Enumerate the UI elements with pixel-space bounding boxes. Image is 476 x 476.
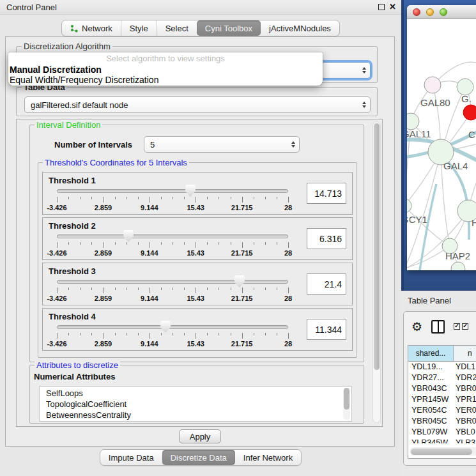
threshold-4-panel: Threshold 4 -3.4262.8599.14415.4321.7152… <box>42 308 353 351</box>
slider-tick-labels: -3.4262.8599.14415.4321.71528 <box>57 249 288 257</box>
slider-track[interactable] <box>57 234 288 238</box>
cell-shared-name[interactable]: YDL19... <box>408 362 454 372</box>
attribute-list-item[interactable]: SelfLoops <box>46 388 351 399</box>
network-node-gcy1[interactable] <box>407 199 411 213</box>
cell-shared-name[interactable]: YER054C <box>408 405 454 416</box>
table-row[interactable]: YBR045CYBR0 <box>408 416 476 427</box>
tab-jactivemnodules[interactable]: jActiveMNodules <box>261 20 339 36</box>
apply-button[interactable]: Apply <box>179 429 221 443</box>
slider-track[interactable] <box>57 189 288 193</box>
table-panel-box: ⚙ shared... n YDL19...YDL1YDR27...YDR2YB… <box>403 311 476 466</box>
table-data-group: Table Data galFiltered.sif default node <box>16 87 378 116</box>
checkbox-icon <box>454 323 460 330</box>
dropdown-placeholder: Select algorithm to view settings <box>8 54 323 65</box>
slider-thumb[interactable] <box>160 321 171 333</box>
minimize-traffic-light-icon[interactable] <box>426 8 434 16</box>
dropdown-option-equal-width[interactable]: Equal Width/Frequency Discretization <box>8 75 323 85</box>
gear-icon[interactable]: ⚙ <box>411 321 422 333</box>
cell-name[interactable]: YBR0 <box>454 416 476 427</box>
table-row[interactable]: YDR27...YDR2 <box>408 372 476 383</box>
threshold-3-slider: -3.4262.8599.14415.4321.71528 <box>57 277 288 304</box>
node-label-gal11: GAL11 <box>407 128 431 139</box>
cell-shared-name[interactable]: YPR145W <box>408 394 454 405</box>
slider-thumb[interactable] <box>123 230 134 242</box>
close-traffic-light-icon[interactable] <box>413 8 420 16</box>
threshold-1-slider: -3.4262.8599.14415.4321.71528 <box>57 187 288 213</box>
network-window-titlebar[interactable] <box>407 5 476 19</box>
cell-name[interactable]: YPR1 <box>454 394 476 405</box>
tab-style[interactable]: Style <box>121 20 157 36</box>
cell-name[interactable]: YER0 <box>454 405 476 416</box>
cell-name[interactable]: YBR0 <box>454 383 476 394</box>
cell-name[interactable]: YLR3 <box>454 438 476 443</box>
table-row[interactable]: YLR345WYLR3 <box>408 438 476 443</box>
settings-scrollpane: Interval Definition Number of Intervals … <box>16 119 383 427</box>
table-hscrollbar[interactable] <box>410 447 476 456</box>
slider-ticks <box>57 197 288 203</box>
slider-tick-labels: -3.4262.8599.14415.4321.71528 <box>57 204 288 212</box>
threshold-3-panel: Threshold 3 -3.4262.8599.14415.4321.7152… <box>42 263 353 305</box>
network-node-bottom[interactable] <box>451 262 465 270</box>
attribute-list-item[interactable]: BetweennessCentrality <box>46 410 351 420</box>
tab-network[interactable]: Network <box>62 20 121 36</box>
tab-select[interactable]: Select <box>157 20 197 36</box>
table-row[interactable]: YPR145WYPR1 <box>408 394 476 405</box>
node-label-gal80: GAL80 <box>420 97 450 108</box>
desktop-background: GAL80 G. C GAL11 GAL4 GCY1 H HAP2 <box>401 0 476 291</box>
tab-impute-data[interactable]: Impute Data <box>100 450 162 465</box>
cell-name[interactable]: YDR2 <box>454 372 476 383</box>
table-row[interactable]: YDL19...YDL1 <box>408 362 476 372</box>
table-row[interactable]: YER054CYER0 <box>408 405 476 416</box>
network-canvas[interactable]: GAL80 G. C GAL11 GAL4 GCY1 H HAP2 <box>407 19 476 270</box>
column-visibility-icon[interactable] <box>454 323 468 330</box>
stepper-icon <box>362 102 366 108</box>
threshold-1-panel: Threshold 1 -3.4262.8599.14415.4321.7152… <box>42 172 353 215</box>
scrollbar-thumb[interactable] <box>374 123 380 370</box>
cell-shared-name[interactable]: YBL079W <box>408 427 454 438</box>
tab-discretize-data[interactable]: Discretize Data <box>162 450 235 465</box>
scrollbar-thumb[interactable] <box>411 449 472 455</box>
cell-shared-name[interactable]: YDR27... <box>408 372 454 383</box>
column-header-name[interactable]: n <box>454 346 476 361</box>
screen: Control Panel ✕ Network Styl <box>0 0 476 476</box>
table-row[interactable]: YBR043CYBR0 <box>408 383 476 394</box>
threshold-4-value-field[interactable] <box>307 319 346 340</box>
cell-shared-name[interactable]: YBR043C <box>408 383 454 394</box>
network-node-gal11[interactable] <box>407 113 419 130</box>
combo-value: 5 <box>150 140 155 150</box>
threshold-2-value-field[interactable] <box>307 228 346 249</box>
slider-track[interactable] <box>57 280 288 284</box>
slider-thumb[interactable] <box>234 275 245 288</box>
dropdown-option-manual[interactable]: Manual Discretization <box>8 65 323 75</box>
node-label-fragment-h: H <box>472 217 476 228</box>
split-columns-icon[interactable] <box>431 320 445 334</box>
tab-infer-network[interactable]: Infer Network <box>235 450 301 465</box>
close-icon[interactable]: ✕ <box>389 4 396 10</box>
threshold-1-value-field[interactable] <box>307 183 346 204</box>
table-row[interactable]: YBL079WYBL0 <box>408 427 476 438</box>
stepper-icon <box>362 67 366 73</box>
zoom-traffic-light-icon[interactable] <box>440 8 447 16</box>
thresholds-group: Threshold's Coordinates for 5 Intervals … <box>38 162 357 358</box>
cell-name[interactable]: YBL0 <box>454 427 476 438</box>
table-body: YDL19...YDL1YDR27...YDR2YBR043CYBR0YPR14… <box>408 362 476 443</box>
cell-shared-name[interactable]: YBR045C <box>408 416 454 427</box>
slider-thumb[interactable] <box>185 185 196 197</box>
column-header-shared-name[interactable]: shared... <box>408 346 454 361</box>
cell-shared-name[interactable]: YLR345W <box>408 438 454 443</box>
checkbox-icon <box>462 323 468 330</box>
attribute-list-item[interactable]: TopologicalCoefficient <box>46 399 351 410</box>
slider-track[interactable] <box>57 325 288 329</box>
cell-name[interactable]: YDL1 <box>454 362 476 372</box>
tab-cyni-toolbox[interactable]: Cyni Toolbox <box>197 20 261 36</box>
network-node-selected-red[interactable] <box>463 105 476 120</box>
threshold-3-value-field[interactable] <box>307 273 346 295</box>
node-label-fragment-g: G. <box>461 93 472 104</box>
network-node-gal80[interactable] <box>424 77 441 93</box>
table-data-combo[interactable]: galFiltered.sif default node <box>24 96 371 113</box>
float-window-icon[interactable] <box>378 4 385 10</box>
num-intervals-combo[interactable]: 5 <box>144 136 300 153</box>
control-panel: Control Panel ✕ Network Styl <box>0 0 401 476</box>
settings-scrollbar[interactable] <box>372 121 381 423</box>
list-scrollbar[interactable] <box>343 388 350 420</box>
